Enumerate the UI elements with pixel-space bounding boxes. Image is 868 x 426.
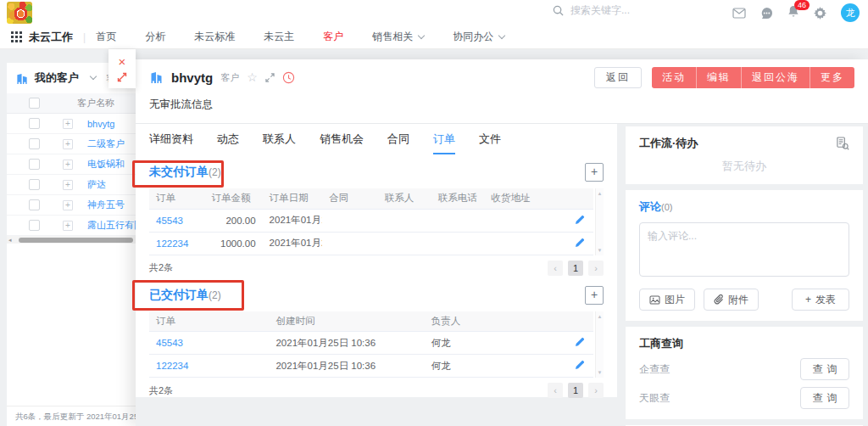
- main-nav-bar: 未云工作 | 首页 分析 未云标准 未云主 客户 销售相关 协同办公: [0, 25, 868, 49]
- customer-list-footer: 共6条，最后更新于 2021年01月25日: [7, 406, 136, 426]
- tab-files[interactable]: 文件: [479, 124, 501, 154]
- query-button[interactable]: 查询: [800, 387, 849, 409]
- customer-name-link[interactable]: bhvytg: [87, 119, 114, 129]
- detail-tabs: 详细资料 动态 联系人 销售机会 合同 订单 文件: [149, 124, 604, 154]
- next-page-button[interactable]: ›: [588, 261, 604, 276]
- customer-name-link[interactable]: 二级客户: [87, 137, 125, 150]
- customer-name-link[interactable]: 萨达: [87, 178, 106, 191]
- vertical-scrollbar[interactable]: ▲ ▼: [595, 311, 604, 378]
- customer-row[interactable]: +bhvytg: [7, 114, 136, 134]
- app-logo-image[interactable]: [7, 2, 32, 24]
- close-icon[interactable]: ×: [119, 55, 126, 68]
- horizontal-scrollbar[interactable]: ◂: [7, 236, 136, 244]
- prev-page-button[interactable]: ‹: [548, 261, 563, 276]
- order-created: 2021年01月25日 10:36: [269, 332, 424, 355]
- scroll-down-icon[interactable]: ▼: [598, 248, 603, 253]
- customer-name-link[interactable]: 神舟五号: [87, 199, 125, 211]
- customer-row[interactable]: +萨达: [7, 175, 136, 195]
- edit-pencil-icon[interactable]: [575, 337, 585, 347]
- current-page-button[interactable]: 1: [568, 261, 583, 276]
- tab-profile[interactable]: 详细资料: [149, 124, 193, 154]
- nav-item-home[interactable]: 首页: [96, 30, 116, 44]
- tab-activity[interactable]: 动态: [217, 124, 239, 154]
- nav-item-sales[interactable]: 销售相关: [372, 30, 424, 44]
- fullscreen-icon[interactable]: [265, 73, 275, 82]
- customer-row[interactable]: +露山五行有限: [7, 216, 136, 236]
- customer-name-link[interactable]: 露山五行有限: [87, 219, 136, 232]
- expand-plus-icon[interactable]: +: [63, 180, 73, 190]
- order-link[interactable]: 122234: [156, 238, 188, 249]
- edit-button[interactable]: 编辑: [696, 67, 741, 88]
- scroll-up-icon[interactable]: ▲: [598, 314, 603, 319]
- order-link[interactable]: 45543: [156, 338, 183, 348]
- scroll-down-icon[interactable]: ▼: [598, 370, 603, 375]
- activity-button[interactable]: 活动: [652, 67, 696, 88]
- edit-pencil-icon[interactable]: [575, 238, 585, 248]
- row-checkbox[interactable]: [29, 179, 40, 190]
- red-circle-icon[interactable]: [282, 71, 295, 84]
- gear-icon[interactable]: [814, 7, 826, 20]
- scrollbar-thumb[interactable]: [19, 238, 133, 243]
- image-button[interactable]: 图片: [639, 289, 695, 311]
- nav-item-customers[interactable]: 客户: [323, 30, 343, 44]
- add-order-button[interactable]: +: [585, 286, 604, 305]
- customer-detail-drawer: bhvytg 客户 ☆ 返回 活动 编辑 退回公海 更多 无审批流信息: [136, 59, 868, 426]
- customer-name-link[interactable]: 电饭锅和: [87, 158, 125, 171]
- customer-row[interactable]: +神舟五号: [7, 195, 136, 216]
- expand-plus-icon[interactable]: +: [63, 200, 73, 210]
- vertical-scrollbar[interactable]: ▲ ▼: [595, 188, 604, 255]
- star-icon[interactable]: ☆: [247, 71, 258, 83]
- notification-bell[interactable]: 46: [787, 5, 799, 21]
- scroll-up-icon[interactable]: ▲: [598, 191, 603, 196]
- mail-icon[interactable]: [732, 8, 746, 19]
- customer-list-table-header: 客户名称: [7, 93, 136, 114]
- delivered-table: 订单 创建时间 负责人 45543 2021年01月25日 10:36 何龙: [149, 311, 604, 378]
- select-all-checkbox[interactable]: [29, 98, 40, 109]
- nav-item-analysis[interactable]: 分析: [145, 30, 165, 44]
- tab-orders[interactable]: 订单: [433, 124, 455, 154]
- tab-contracts[interactable]: 合同: [387, 124, 409, 154]
- edit-pencil-icon[interactable]: [575, 215, 585, 225]
- chevron-down-icon[interactable]: [90, 73, 97, 80]
- order-link[interactable]: 45543: [156, 216, 183, 226]
- search-input[interactable]: [570, 4, 672, 16]
- nav-item-standard[interactable]: 未云标准: [194, 30, 235, 44]
- customer-row[interactable]: +电饭锅和: [7, 154, 136, 175]
- order-link[interactable]: 122234: [156, 361, 188, 371]
- expand-plus-icon[interactable]: +: [63, 160, 73, 170]
- chat-icon[interactable]: [760, 7, 773, 20]
- business-query-card: 工商查询 企查查 查询 天眼查 查询: [626, 327, 863, 419]
- post-button[interactable]: + 发表: [792, 289, 849, 311]
- scroll-left-icon[interactable]: ◂: [8, 236, 12, 244]
- table-row: 122234 2021年01月25日 10:36 何龙: [149, 355, 593, 378]
- expand-diagonal-icon[interactable]: [117, 72, 127, 82]
- workflow-search-icon[interactable]: [836, 137, 849, 150]
- expand-plus-icon[interactable]: +: [63, 119, 73, 129]
- attachment-button[interactable]: 附件: [704, 289, 759, 311]
- expand-plus-icon[interactable]: +: [63, 139, 73, 149]
- row-checkbox[interactable]: [29, 118, 40, 129]
- row-checkbox[interactable]: [29, 199, 40, 210]
- edit-pencil-icon[interactable]: [575, 360, 585, 370]
- prev-page-button[interactable]: ‹: [548, 383, 563, 398]
- customer-row[interactable]: +二级客户: [7, 134, 136, 154]
- current-page-button[interactable]: 1: [568, 383, 583, 398]
- add-order-button[interactable]: +: [585, 163, 604, 182]
- tab-contacts[interactable]: 联系人: [263, 124, 296, 154]
- back-button[interactable]: 返回: [594, 67, 642, 88]
- column-header: 联系人: [378, 188, 431, 209]
- row-checkbox[interactable]: [29, 138, 40, 149]
- nav-item-office[interactable]: 协同办公: [453, 30, 504, 44]
- row-checkbox[interactable]: [29, 220, 40, 231]
- query-button[interactable]: 查询: [800, 358, 849, 380]
- return-to-pool-button[interactable]: 退回公海: [741, 67, 810, 88]
- expand-plus-icon[interactable]: +: [63, 221, 73, 231]
- apps-grid-icon[interactable]: [11, 31, 22, 42]
- next-page-button[interactable]: ›: [588, 383, 604, 398]
- comment-input[interactable]: [639, 222, 849, 277]
- tab-opportunities[interactable]: 销售机会: [320, 124, 364, 154]
- row-checkbox[interactable]: [29, 159, 40, 170]
- more-button[interactable]: 更多: [810, 67, 854, 88]
- nav-item-main[interactable]: 未云主: [264, 30, 294, 44]
- user-avatar[interactable]: 龙: [841, 3, 860, 22]
